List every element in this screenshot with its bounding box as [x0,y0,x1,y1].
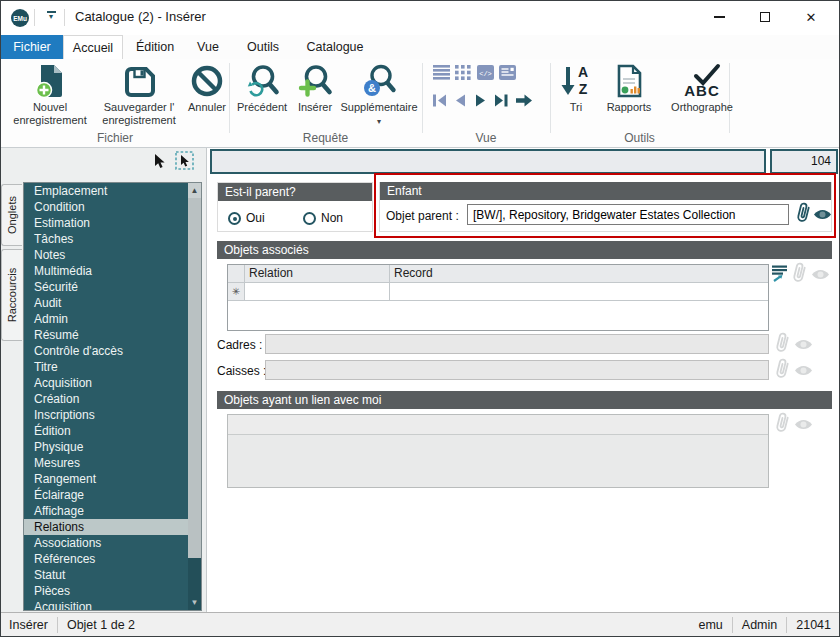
section-header: Objets associés [217,241,832,259]
sidebar-item[interactable]: Audit [24,295,189,311]
cancel-button[interactable]: Annuler [185,61,229,114]
reports-button[interactable]: Rapports [599,61,659,114]
sidebar-item[interactable]: Références [24,551,189,567]
sidebar-item[interactable]: Admin [24,311,189,327]
sidebar-item[interactable]: Titre [24,359,189,375]
details-view-icon[interactable] [499,65,516,84]
sidebar-item[interactable]: Emplacement [24,183,189,199]
sidebar-item[interactable]: Édition [24,423,189,439]
group-label-outils: Outils [550,131,729,145]
section-header: Enfant [380,182,831,200]
autofill-list-icon[interactable] [772,265,788,286]
sidebar-item[interactable]: Résumé [24,327,189,343]
sidebar-item[interactable]: Contrôle d'accès [24,343,189,359]
sidebar-item[interactable]: Acquisition [24,599,189,611]
divider [550,63,551,133]
sidebar-item[interactable]: Estimation [24,215,189,231]
cadres-label: Cadres : [217,338,262,352]
divider [422,63,423,133]
pointer-cursor-icon[interactable] [152,153,168,173]
sidebar-item[interactable]: Sécurité [24,279,189,295]
row-selector-header[interactable] [228,265,245,283]
attach-icon-disabled [773,412,791,440]
goto-record-icon[interactable] [515,93,533,112]
group-label-requete: Requête [229,131,422,145]
sidebar-item[interactable]: Notes [24,247,189,263]
sort-button[interactable]: AZ Tri [557,61,595,114]
section-header: Est-il parent? [218,183,372,201]
code-view-icon[interactable]: </> [477,65,494,84]
new-record-icon [32,61,68,101]
select-mode-icon[interactable] [175,151,194,174]
grid-view-icon[interactable] [455,65,471,84]
last-record-icon[interactable] [493,93,510,112]
previous-record-icon[interactable] [453,93,468,112]
tab-vue[interactable]: Vue [187,35,229,59]
scrollbar-thumb[interactable] [188,198,201,558]
column-header-record[interactable]: Record [390,265,768,283]
sidebar-item[interactable]: Tâches [24,231,189,247]
tab-accueil[interactable]: Accueil [63,35,123,59]
table-row: ✳ [228,283,768,301]
view-eye-icon[interactable] [813,207,832,225]
maximize-icon [760,12,770,22]
sidebar-tab-raccourcis[interactable]: Raccourcis [1,249,22,341]
tab-catalogue[interactable]: Catalogue [297,35,373,59]
sidebar-item[interactable]: Mesures [24,455,189,471]
cell-relation[interactable] [245,283,390,301]
sidebar-item[interactable]: Associations [24,535,189,551]
sidebar-item[interactable]: Condition [24,199,189,215]
app-logo-icon[interactable]: EMu [11,9,29,27]
radio-oui[interactable]: Oui [228,208,265,226]
close-button[interactable]: ✕ [788,1,834,33]
sidebar-item[interactable]: Acquisition [24,375,189,391]
first-record-icon[interactable] [431,93,448,112]
associated-objects-table: Relation Record ✳ [227,264,769,331]
sidebar-region: Onglets Raccourcis Emplacement Condition… [1,148,207,612]
sidebar-item[interactable]: Affichage [24,503,189,519]
sidebar-item-selected[interactable]: Relations [24,519,189,535]
sidebar-item[interactable]: Rangement [24,471,189,487]
maximize-button[interactable] [742,1,788,33]
sidebar-item[interactable]: Physique [24,439,189,455]
svg-text:Z: Z [579,81,588,97]
supplementary-search-button[interactable]: & Supplémentaire▾ [338,61,420,128]
sidebar-item[interactable]: Inscriptions [24,407,189,423]
new-record-button[interactable]: Nouvelenregistrement [7,61,93,127]
tab-fichier[interactable]: Fichier [1,35,63,59]
quick-access-dropdown[interactable]: ▾ [43,8,59,26]
new-row-marker: ✳ [228,283,245,301]
sidebar-tab-onglets[interactable]: Onglets [1,184,22,246]
sidebar-item[interactable]: Statut [24,567,189,583]
save-icon [121,61,157,101]
objet-parent-input[interactable] [467,204,789,225]
cell-record[interactable] [390,283,768,301]
radio-non[interactable]: Non [303,208,343,226]
attach-icon[interactable] [794,202,812,230]
divider [57,617,58,633]
save-record-button[interactable]: Sauvegarder l'enregistrement [95,61,183,127]
tab-navigation-list: Emplacement Condition Estimation Tâches … [23,182,202,611]
column-header-relation[interactable]: Relation [245,265,390,283]
attach-icon-disabled [790,262,808,290]
sidebar-item[interactable]: Multimédia [24,263,189,279]
table-header-row: Relation Record [228,265,768,283]
list-view-icon[interactable] [433,65,450,84]
view-eye-icon-disabled [794,363,813,381]
previous-search-button[interactable]: Précédent [232,61,292,114]
sidebar-item[interactable]: Éclairage [24,487,189,503]
cancel-icon [189,61,225,101]
tab-outils[interactable]: Outils [235,35,291,59]
sidebar-scrollbar[interactable]: ▲ ▼ [188,183,201,610]
spellcheck-button[interactable]: ABC Orthographe [661,61,743,114]
next-record-icon[interactable] [473,93,488,112]
insert-button[interactable]: Insérer [293,61,337,114]
group-label-fichier: Fichier [1,131,229,145]
sidebar-item[interactable]: Pièces [24,583,189,599]
scroll-down-icon[interactable]: ▼ [188,595,201,610]
tab-edition[interactable]: Édition [129,35,181,59]
window-title: Catalogue (2) - Insérer [75,9,206,24]
sidebar-item[interactable]: Création [24,391,189,407]
minimize-button[interactable] [696,1,742,33]
scroll-up-icon[interactable]: ▲ [188,183,201,198]
